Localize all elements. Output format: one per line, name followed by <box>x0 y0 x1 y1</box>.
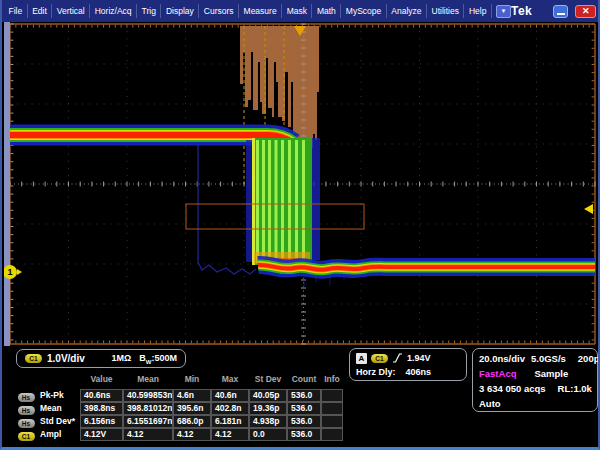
cell-mean: 4.12 <box>123 428 173 441</box>
cell-info <box>321 415 343 428</box>
input-impedance: 1MΩ <box>112 353 132 363</box>
measurement-header-row: Value Mean Min Max St Dev Count Info <box>14 373 343 386</box>
cell-value: 6.156ns <box>80 415 123 428</box>
waveform-trace <box>10 135 595 288</box>
horz-delay-label: Horz Dly: <box>356 367 396 377</box>
vertical-scale: 1.0V/div <box>47 353 85 364</box>
menu-vertical[interactable]: Vertical <box>52 4 90 18</box>
bandwidth-limit: BW:500M <box>139 353 177 365</box>
menu-mask[interactable]: Mask <box>282 4 312 18</box>
trigger-mode: Auto <box>479 398 501 409</box>
menu-edit[interactable]: Edit <box>28 4 53 18</box>
col-max: Max <box>211 374 249 386</box>
cell-stdev: 40.05p <box>249 389 287 402</box>
cell-stdev: 0.0 <box>249 428 287 441</box>
cell-min: 395.6n <box>173 402 211 415</box>
col-count: Count <box>287 374 321 386</box>
menu-trig[interactable]: Trig <box>137 4 161 18</box>
cell-mean: 6.1551697n <box>123 415 173 428</box>
close-icon: ✕ <box>582 6 590 16</box>
measurement-table: Value Mean Min Max St Dev Count Info Hs … <box>14 373 343 438</box>
trigger-level-marker[interactable] <box>584 204 593 214</box>
trigger-level: 1.94V <box>407 353 431 363</box>
channel-1-marker[interactable]: 1 <box>4 265 22 279</box>
menu-analyze[interactable]: Analyze <box>387 4 427 18</box>
close-button[interactable]: ✕ <box>575 5 596 18</box>
trigger-readout-panel[interactable]: A C1 1.94V Horz Dly: 406ns <box>349 348 467 381</box>
cell-min: 686.0p <box>173 415 211 428</box>
left-border-strip <box>4 22 10 346</box>
cell-value: 398.8ns <box>80 402 123 415</box>
minimize-button[interactable] <box>553 5 568 18</box>
timebase: 20.0ns/div <box>479 353 525 364</box>
measurement-label: Mean <box>38 403 80 413</box>
measurement-label: Pk-Pk <box>38 390 80 400</box>
tek-logo: Tek <box>511 4 532 18</box>
minimize-icon <box>557 13 565 15</box>
cell-info <box>321 402 343 415</box>
channel-readout-panel[interactable]: C1 1.0V/div 1MΩ BW:500M <box>16 349 186 368</box>
cell-mean: 40.599853n <box>123 389 173 402</box>
measurement-label: Std Dev* <box>38 416 80 426</box>
menu-myscope[interactable]: MyScope <box>341 4 386 18</box>
acq-count: 3 634 050 acqs <box>479 383 546 394</box>
cell-stdev: 4.938p <box>249 415 287 428</box>
cell-stdev: 19.36p <box>249 402 287 415</box>
table-row[interactable]: Hs Std Dev* 6.156ns 6.1551697n 686.0p 6.… <box>14 412 343 425</box>
sample-rate: 5.0GS/s <box>531 353 566 364</box>
table-row[interactable]: Hs Pk-Pk 40.6ns 40.599853n 4.6n 40.6n 40… <box>14 386 343 399</box>
menu-measure[interactable]: Measure <box>239 4 282 18</box>
horz-delay-value: 406ns <box>406 367 432 377</box>
cell-max: 40.6n <box>211 389 249 402</box>
svg-text:1: 1 <box>7 267 12 277</box>
menu-bar: File Edit Vertical Horiz/Acq Trig Displa… <box>2 0 600 22</box>
menu-help[interactable]: Help <box>464 4 491 18</box>
col-min: Min <box>173 374 211 386</box>
cell-min: 4.6n <box>173 389 211 402</box>
menu-file[interactable]: File <box>4 4 28 18</box>
measurement-label: Ampl <box>38 429 80 439</box>
cell-mean: 398.81012n <box>123 402 173 415</box>
menu-horiz-acq[interactable]: Horiz/Acq <box>90 4 137 18</box>
cell-value: 4.12V <box>80 428 123 441</box>
cell-count: 536.0 <box>287 428 321 441</box>
menu-display[interactable]: Display <box>161 4 199 18</box>
col-value: Value <box>80 374 123 386</box>
cell-count: 536.0 <box>287 415 321 428</box>
menu-cursors[interactable]: Cursors <box>199 4 239 18</box>
chevron-down-icon: ▼ <box>500 8 506 14</box>
rising-edge-icon <box>392 352 403 364</box>
cell-max: 6.181n <box>211 415 249 428</box>
cell-value: 40.6ns <box>80 389 123 402</box>
menu-math[interactable]: Math <box>312 4 341 18</box>
trigger-source-badge: C1 <box>371 354 388 363</box>
cell-min: 4.12 <box>173 428 211 441</box>
resolution: 200ps/pt <box>578 353 600 364</box>
cell-count: 536.0 <box>287 402 321 415</box>
acq-style: Sample <box>534 368 568 379</box>
oscilloscope-window: File Edit Vertical Horiz/Acq Trig Displa… <box>0 0 600 450</box>
acq-mode: FastAcq <box>479 368 516 379</box>
table-row[interactable]: Hs Mean 398.8ns 398.81012n 395.6n 402.8n… <box>14 399 343 412</box>
cell-info <box>321 428 343 441</box>
record-length: RL:1.0k <box>558 383 592 394</box>
menu-utilities[interactable]: Utilities <box>427 4 464 18</box>
channel-badge: C1 <box>25 354 42 363</box>
horizontal-readout-panel[interactable]: 20.0ns/div 5.0GS/s 200ps/pt FastAcq Samp… <box>472 348 598 412</box>
waveform-display[interactable]: 1 <box>4 22 600 346</box>
cell-max: 402.8n <box>211 402 249 415</box>
cell-count: 536.0 <box>287 389 321 402</box>
waveform-canvas[interactable]: 1 <box>4 22 600 346</box>
table-row[interactable]: C1 Ampl 4.12V 4.12 4.12 4.12 0.0 536.0 <box>14 425 343 438</box>
cell-info <box>321 389 343 402</box>
source-badge: C1 <box>18 432 35 441</box>
col-info: Info <box>321 374 343 386</box>
trigger-a-badge: A <box>356 353 367 364</box>
col-mean: Mean <box>123 374 173 386</box>
col-stdev: St Dev <box>249 374 287 386</box>
cell-max: 4.12 <box>211 428 249 441</box>
menu-overflow-button[interactable]: ▼ <box>496 5 511 18</box>
